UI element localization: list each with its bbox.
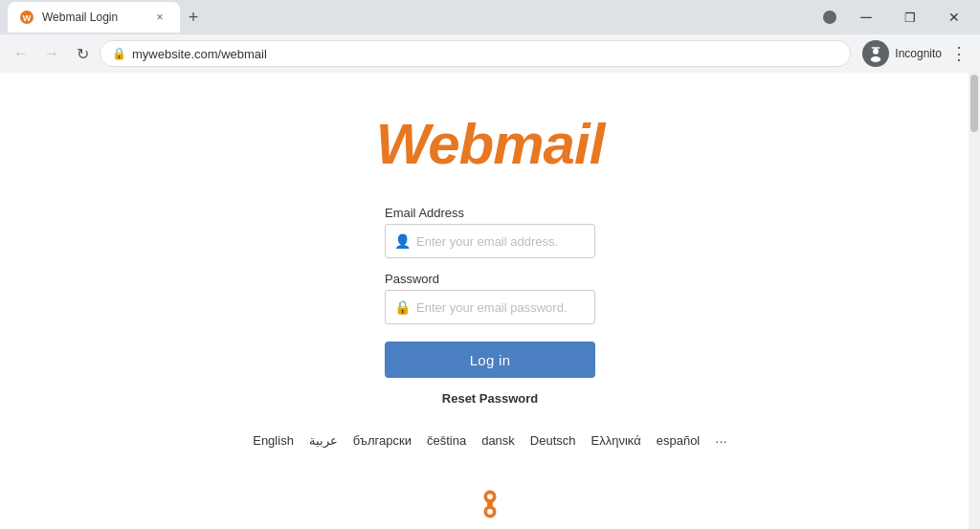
lang-spanish[interactable]: español	[657, 433, 701, 448]
scrollbar[interactable]	[969, 73, 980, 529]
cpanel-logo	[473, 487, 507, 521]
login-form: Email Address 👤 Password 🔒 Log in Reset …	[385, 206, 595, 406]
webmail-logo: Webmail	[376, 111, 605, 177]
svg-rect-4	[872, 47, 880, 49]
lang-danish[interactable]: dansk	[481, 433, 515, 448]
password-input[interactable]	[385, 290, 595, 324]
svg-point-3	[871, 56, 881, 62]
svg-rect-7	[489, 499, 492, 506]
lang-more-button[interactable]: ···	[715, 432, 727, 449]
svg-point-2	[873, 49, 879, 55]
reset-password-link[interactable]: Reset Password	[385, 391, 595, 406]
svg-point-5	[487, 494, 493, 499]
close-button[interactable]: ✕	[932, 0, 976, 34]
tab-close-icon[interactable]: ×	[151, 9, 168, 26]
lang-german[interactable]: Deutsch	[530, 433, 576, 448]
tab-item[interactable]: W Webmail Login ×	[8, 2, 180, 33]
email-input[interactable]	[385, 224, 595, 258]
footer: Copyright© 2021 cPanel, L.L.C. Privacy P…	[416, 487, 565, 529]
user-icon: 👤	[394, 233, 411, 249]
forward-button[interactable]: →	[38, 40, 65, 67]
incognito-label: Incognito	[895, 47, 942, 60]
lang-arabic[interactable]: عربية	[309, 433, 338, 448]
minimize-button[interactable]: ─	[844, 0, 888, 34]
new-tab-button[interactable]: +	[180, 4, 207, 31]
chrome-menu-button[interactable]: ⋮	[946, 40, 972, 67]
password-label: Password	[385, 272, 595, 286]
incognito-icon	[862, 40, 889, 67]
restore-button[interactable]: ❐	[888, 0, 932, 34]
email-label: Email Address	[385, 206, 595, 220]
language-bar: English عربية български čeština dansk De…	[253, 432, 727, 449]
login-button[interactable]: Log in	[385, 342, 595, 378]
address-bar[interactable]: 🔒 mywebsite.com/webmail	[100, 40, 851, 67]
lock-icon: 🔒	[112, 47, 126, 60]
reload-button[interactable]: ↻	[69, 40, 96, 67]
record-icon	[823, 11, 836, 24]
svg-text:W: W	[23, 13, 32, 23]
tab-title: Webmail Login	[42, 11, 144, 24]
lang-bulgarian[interactable]: български	[353, 433, 412, 448]
lang-czech[interactable]: čeština	[427, 433, 466, 448]
back-button[interactable]: ←	[8, 40, 34, 67]
address-text: mywebsite.com/webmail	[132, 47, 838, 61]
tab-favicon: W	[19, 10, 34, 25]
lock-field-icon: 🔒	[394, 299, 411, 315]
svg-point-6	[487, 509, 493, 515]
lang-english[interactable]: English	[253, 433, 294, 448]
scrollbar-thumb[interactable]	[970, 75, 978, 132]
lang-greek[interactable]: Ελληνικά	[591, 433, 641, 448]
